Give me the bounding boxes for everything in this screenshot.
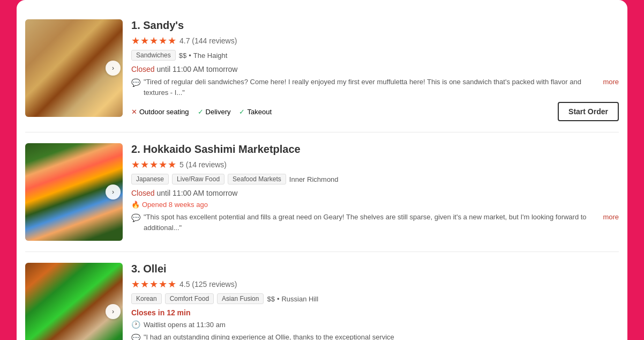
start-order-button-sandys[interactable]: Start Order xyxy=(558,102,619,121)
star1: ★ xyxy=(131,35,140,47)
rating-ollei: 4.5 (125 reviews) xyxy=(179,280,237,289)
stars-row-ollei: ★ ★ ★ ★ ★ 4.5 (125 reviews) xyxy=(131,278,619,290)
tag-asian-fusion: Asian Fusion xyxy=(217,293,264,304)
clock-icon: 🕐 xyxy=(131,320,140,329)
comment-icon-ollei: 💬 xyxy=(131,332,140,340)
restaurant-title-hokkaido: 2. Hokkaido Sashimi Marketplace xyxy=(131,143,619,156)
status-hokkaido: Closed until 11:00 AM tomorrow xyxy=(131,189,619,197)
tags-row-hokkaido: Japanese Live/Raw Food Seafood Markets I… xyxy=(131,174,619,184)
review-hokkaido: 💬 "This spot has excellent potential and… xyxy=(131,212,619,233)
main-container: › 1. Sandy's ★ ★ ★ ★ ★ 4.7 (144 reviews)… xyxy=(17,0,627,340)
amenities-container-sandys: ✕ Outdoor seating ✓ Delivery ✓ Takeout S… xyxy=(131,102,619,121)
tags-row-sandys: Sandwiches $$•The Haight xyxy=(131,50,619,61)
star2: ★ xyxy=(140,35,149,47)
tag-comfort-food: Comfort Food xyxy=(165,293,214,304)
stars-hokkaido: ★ ★ ★ ★ ★ xyxy=(131,159,176,171)
restaurant-card-sandys: › 1. Sandy's ★ ★ ★ ★ ★ 4.7 (144 reviews)… xyxy=(25,9,619,132)
waitlist-ollei: 🕐 Waitlist opens at 11:30 am xyxy=(131,320,619,329)
fire-icon: 🔥 xyxy=(131,201,140,209)
restaurant-image-hokkaido: › xyxy=(25,143,123,241)
tags-row-ollei: Korean Comfort Food Asian Fusion $$•Russ… xyxy=(131,293,619,304)
restaurant-card-hokkaido: › 2. Hokkaido Sashimi Marketplace ★ ★ ★ … xyxy=(25,132,619,252)
fire-badge-hokkaido: 🔥 Opened 8 weeks ago xyxy=(131,201,619,209)
tag-live-raw: Live/Raw Food xyxy=(172,174,224,184)
more-link-sandys[interactable]: more xyxy=(603,77,619,87)
price-sandys: $$•The Haight xyxy=(179,51,228,60)
restaurant-image-ollei: › xyxy=(25,263,123,340)
neighborhood-hokkaido: Inner Richmond xyxy=(289,175,339,183)
comment-icon-sandys: 💬 xyxy=(131,77,140,88)
stars-sandys: ★ ★ ★ ★ ★ xyxy=(131,35,176,47)
rating-hokkaido: 5 (14 reviews) xyxy=(179,160,227,169)
comment-icon-hokkaido: 💬 xyxy=(131,212,140,224)
restaurant-title-ollei: 3. Ollei xyxy=(131,263,619,275)
image-placeholder-ollei xyxy=(25,263,123,340)
amenities-sandys: ✕ Outdoor seating ✓ Delivery ✓ Takeout xyxy=(131,108,272,116)
review-ollei: 💬 "I had an outstanding dining experienc… xyxy=(131,332,619,340)
amenity-takeout-sandys: ✓ Takeout xyxy=(239,108,272,116)
star3: ★ xyxy=(149,35,158,47)
tag-japanese: Japanese xyxy=(131,174,169,184)
price-ollei: $$•Russian Hill xyxy=(267,295,318,303)
star5: ★ xyxy=(168,35,176,47)
stars-row-sandys: ★ ★ ★ ★ ★ 4.7 (144 reviews) xyxy=(131,35,619,47)
status-sandys: Closed until 11:00 AM tomorrow xyxy=(131,65,619,73)
stars-row-hokkaido: ★ ★ ★ ★ ★ 5 (14 reviews) xyxy=(131,159,619,171)
name-sandys: Sandy's xyxy=(143,19,184,31)
review-sandys: 💬 "Tired of regular deli sandwiches? Com… xyxy=(131,77,619,98)
status-ollei: Closes in 12 min xyxy=(131,308,619,317)
tag-korean: Korean xyxy=(131,293,162,304)
stars-ollei: ★ ★ ★ ★ ★ xyxy=(131,278,176,290)
more-link-hokkaido[interactable]: more xyxy=(603,212,619,223)
restaurant-title-sandys: 1. Sandy's xyxy=(131,19,619,32)
star4: ★ xyxy=(159,35,167,47)
restaurant-content-sandys: 1. Sandy's ★ ★ ★ ★ ★ 4.7 (144 reviews) S… xyxy=(131,19,619,121)
image-next-sandys[interactable]: › xyxy=(106,61,121,76)
tag-seafood-markets: Seafood Markets xyxy=(228,174,286,184)
restaurant-content-ollei: 3. Ollei ★ ★ ★ ★ ★ 4.5 (125 reviews) Kor… xyxy=(131,263,619,340)
image-next-hokkaido[interactable]: › xyxy=(106,184,121,199)
restaurant-content-hokkaido: 2. Hokkaido Sashimi Marketplace ★ ★ ★ ★ … xyxy=(131,143,619,241)
amenity-delivery-sandys: ✓ Delivery xyxy=(198,108,231,116)
amenity-outdoor-sandys: ✕ Outdoor seating xyxy=(131,108,189,116)
rank-sandys: 1 xyxy=(131,19,137,31)
rating-sandys: 4.7 (144 reviews) xyxy=(179,36,237,45)
restaurant-card-ollei: › 3. Ollei ★ ★ ★ ★ ★ 4.5 (125 reviews) K… xyxy=(25,252,619,340)
image-next-ollei[interactable]: › xyxy=(106,304,121,319)
restaurant-image-sandys: › xyxy=(25,19,123,117)
tag-sandwiches: Sandwiches xyxy=(131,50,176,61)
